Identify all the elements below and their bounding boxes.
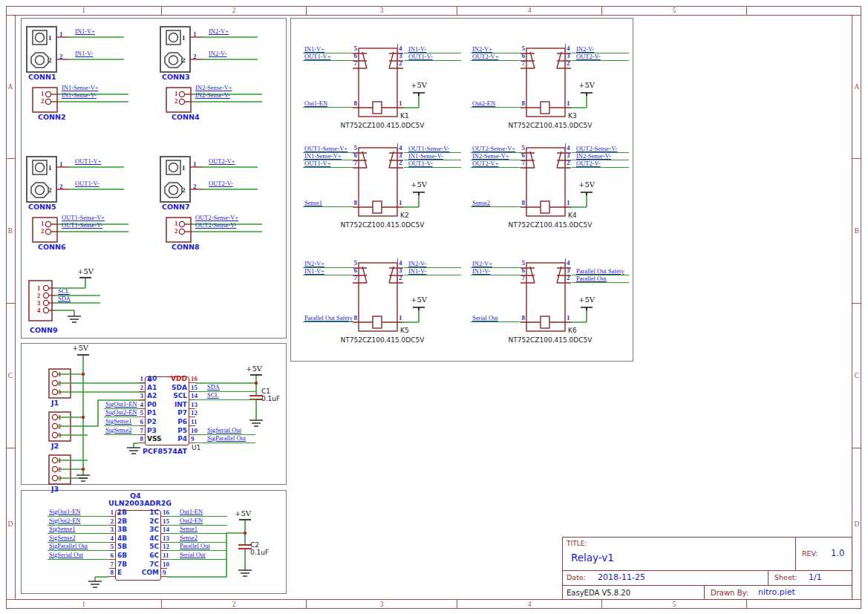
component-ref[interactable]: CONN9 — [30, 326, 58, 334]
capacitor-value[interactable]: 0.1uF — [250, 549, 269, 556]
component-ref[interactable]: CONN6 — [38, 243, 66, 251]
net-label[interactable]: SigSense2 — [105, 426, 131, 434]
component-part[interactable]: NT752CZ100.415.0DC5V — [319, 122, 446, 129]
net-label[interactable]: SDA — [207, 383, 220, 391]
net-label[interactable]: SigParallel Out — [49, 542, 88, 549]
net-label[interactable]: OUT2-Sense-V+ — [195, 214, 238, 221]
power-label[interactable]: +5V — [72, 344, 88, 352]
ic-pin-row[interactable]: SigParallel Out9P4 — [189, 434, 260, 443]
net-label[interactable]: IN2-Sense-V- — [195, 91, 230, 99]
net-label[interactable]: Sense2 — [472, 199, 490, 206]
component-ref[interactable]: CONN2 — [38, 113, 66, 121]
net-label[interactable]: SigSerial Out — [207, 426, 241, 434]
relay[interactable]: OUT2-Sense-V+ IN2-Sense-V+ OUT2-V+ OUT2-… — [471, 147, 629, 230]
net-label[interactable]: SCL — [58, 287, 70, 295]
power-label[interactable]: +5V — [75, 267, 96, 275]
component-part[interactable]: NT752CZ100.415.0DC5V — [487, 122, 613, 129]
component-ref[interactable]: CONN4 — [172, 113, 200, 121]
net-label[interactable]: IN2-V- — [209, 50, 226, 57]
power-label[interactable]: +5V — [408, 295, 429, 304]
net-label[interactable]: OUT1-Sense-V+ — [62, 214, 105, 221]
net-label[interactable]: SigSense2 — [49, 534, 75, 541]
sheet-value[interactable]: 1/1 — [809, 573, 822, 582]
power-label[interactable]: +5V — [235, 509, 251, 517]
component-ref[interactable]: CONN1 — [28, 73, 56, 81]
component-part[interactable]: PCF8574AT — [143, 447, 187, 455]
sheet-title[interactable]: Relay-v1 — [571, 552, 614, 564]
net-label[interactable]: Serial Out — [180, 551, 206, 558]
component-ref[interactable]: K1 — [400, 112, 409, 120]
component-part[interactable]: NT752CZ100.415.0DC5V — [319, 336, 446, 344]
net-label[interactable]: SigOut1-EN — [105, 400, 137, 408]
capacitor-ref[interactable]: C2 — [250, 541, 259, 549]
component-ref[interactable]: K5 — [400, 327, 409, 334]
component-ref[interactable]: K2 — [400, 212, 409, 219]
component-ref[interactable]: J3 — [51, 485, 59, 493]
net-label[interactable]: Serial Out — [472, 314, 498, 321]
net-label[interactable]: Parallel Out — [576, 275, 607, 282]
net-label[interactable]: SigSense1 — [105, 417, 131, 425]
relay[interactable]: IN2-V+ OUT2-V+ IN2-V- OUT2-V- Out2-EN 5 … — [471, 48, 629, 131]
power-label[interactable]: +5V — [246, 365, 262, 373]
component-ref[interactable]: CONN3 — [162, 73, 190, 81]
net-label[interactable]: Out1-EN — [304, 99, 327, 107]
net-label[interactable]: SigOut1-EN — [49, 508, 81, 515]
net-label[interactable]: SigOut2-EN — [105, 408, 137, 416]
net-label[interactable]: OUT2-V- — [209, 180, 233, 187]
net-label[interactable]: OUT2-V+ — [472, 160, 498, 167]
component-ref[interactable]: J1 — [51, 399, 59, 407]
net-label[interactable]: OUT1-Sense-V- — [62, 221, 102, 229]
component-part[interactable]: NT752CZ100.415.0DC5V — [487, 336, 613, 344]
net-label[interactable]: SigSerial Out — [49, 551, 83, 558]
net-label[interactable]: IN1-V+ — [75, 27, 95, 35]
ic-pin-row[interactable]: 9COM — [161, 567, 232, 577]
net-label[interactable]: OUT1-V+ — [304, 160, 330, 167]
power-label[interactable]: +5V — [408, 180, 429, 189]
schematic-canvas[interactable]: 12345 12345 ABCD ABCD 1 2 — [0, 0, 868, 614]
net-label[interactable]: SigParallel Out — [207, 434, 246, 442]
net-label[interactable]: OUT1-V- — [75, 180, 99, 187]
component-part[interactable]: NT752CZ100.415.0DC5V — [319, 221, 446, 229]
net-label[interactable]: Parallel Out — [180, 542, 210, 549]
net-label[interactable]: SigSense1 — [49, 525, 75, 532]
power-label[interactable]: +5V — [408, 81, 429, 89]
relay[interactable]: IN1-V+ OUT1-V+ IN1-V- OUT1-V- Out1-EN 5 … — [303, 48, 461, 131]
net-label[interactable]: Out2-EN — [180, 517, 203, 524]
net-label[interactable]: OUT1-V- — [408, 160, 433, 167]
net-label[interactable]: Sense1 — [304, 199, 322, 206]
component-part[interactable]: ULN2003ADR2G — [108, 499, 172, 507]
capacitor-value[interactable]: 0.1uF — [261, 395, 280, 402]
net-label[interactable]: Out2-EN — [472, 99, 495, 107]
net-label[interactable]: SDA — [58, 295, 71, 302]
power-label[interactable]: +5V — [576, 81, 597, 89]
component-ref[interactable]: CONN7 — [162, 203, 190, 211]
rev-value[interactable]: 1.0 — [831, 549, 844, 558]
net-label[interactable]: IN2-Sense-V+ — [195, 84, 232, 91]
net-label[interactable]: IN1-V- — [75, 50, 93, 57]
net-label[interactable]: Out1-EN — [180, 508, 203, 515]
net-label[interactable]: IN1-Sense-V+ — [62, 84, 99, 91]
component-ref[interactable]: K6 — [568, 327, 577, 334]
component-ref[interactable]: U1 — [192, 444, 200, 451]
capacitor-ref[interactable]: C1 — [261, 388, 270, 395]
relay[interactable]: IN2-V+ IN1-V+ IN2-V- IN1-V- Parallel Out… — [303, 262, 461, 345]
component-ref[interactable]: CONN8 — [172, 243, 200, 251]
component-ref[interactable]: J2 — [51, 442, 59, 450]
power-label[interactable]: +5V — [576, 295, 597, 304]
net-label[interactable]: SigOut2-EN — [49, 517, 81, 524]
component-ref[interactable]: CONN5 — [28, 203, 56, 211]
component-ref[interactable]: K3 — [568, 112, 577, 120]
relay[interactable]: IN2-V+ IN1-V- Parallel Out Safety Parall… — [471, 262, 629, 345]
relay[interactable]: OUT1-Sense-V+ IN1-Sense-V+ OUT1-V+ OUT1-… — [303, 147, 461, 230]
net-label[interactable]: OUT1-V+ — [75, 157, 101, 165]
net-label[interactable]: Sense1 — [180, 525, 198, 532]
net-label[interactable]: IN1-Sense-V- — [62, 91, 97, 99]
power-label[interactable]: +5V — [576, 180, 597, 189]
drawn-by-value[interactable]: nitro.piet — [758, 588, 795, 597]
ic-pin-row[interactable]: 8VSS — [74, 434, 145, 443]
net-label[interactable]: SCL — [207, 391, 219, 399]
component-ref[interactable]: K4 — [568, 212, 577, 219]
net-label[interactable]: OUT2-Sense-V- — [195, 221, 236, 229]
date-value[interactable]: 2018-11-25 — [598, 573, 645, 582]
component-part[interactable]: NT752CZ100.415.0DC5V — [487, 221, 613, 229]
